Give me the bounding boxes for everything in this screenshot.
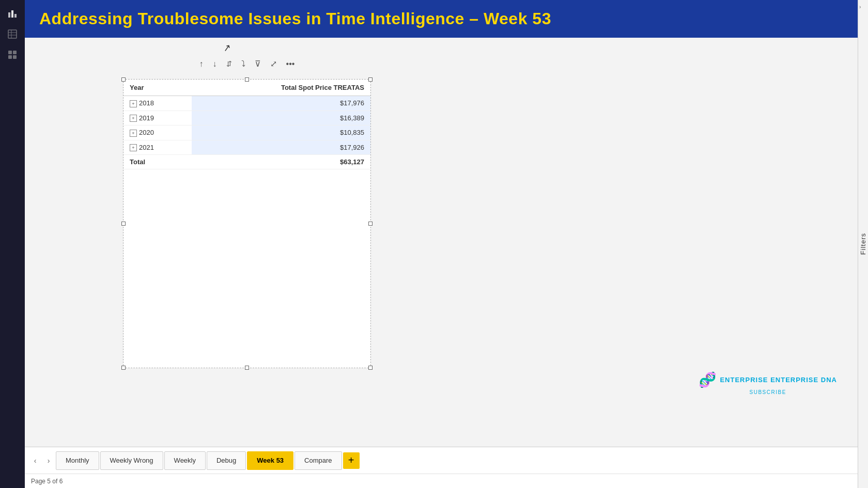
company-name: ENTERPRISE ENTERPRISE DNA <box>720 376 837 384</box>
sort-asc-icon[interactable]: ↑ <box>197 57 206 71</box>
visual-container[interactable]: ↗ ↑ ↓ ⇵ ⤵ ⊽ ⤢ ••• Year Total Spot Price … <box>123 79 371 368</box>
handle-ml[interactable] <box>121 222 126 226</box>
handle-tl[interactable] <box>121 77 126 82</box>
handle-br[interactable] <box>368 366 373 370</box>
table-row: +2019$16,389 <box>123 111 370 125</box>
filters-label: Filters <box>859 233 867 255</box>
sort-both-icon[interactable]: ⇵ <box>224 58 234 70</box>
tab-add-btn[interactable]: + <box>343 452 360 469</box>
dna-icon: 🧬 <box>699 371 717 388</box>
more-icon[interactable]: ••• <box>284 57 297 71</box>
tab-next-btn[interactable]: › <box>42 454 55 467</box>
header-banner: Addressing Troublesome Issues in Time In… <box>25 0 858 38</box>
left-sidebar <box>0 0 25 488</box>
svg-rect-9 <box>8 55 12 59</box>
tabs-bar: ‹ › MonthlyWeekly WrongWeeklyDebugWeek 5… <box>25 447 858 474</box>
table-row: +2018$17,976 <box>123 96 370 111</box>
year-cell: +2020 <box>123 125 192 140</box>
tab-item-weekly-wrong[interactable]: Weekly Wrong <box>100 451 163 470</box>
sort-desc-icon[interactable]: ↓ <box>211 57 219 71</box>
page-title: Addressing Troublesome Issues in Time In… <box>39 9 551 28</box>
handle-tm[interactable] <box>245 77 249 82</box>
sidebar-icon-layers[interactable] <box>3 45 22 64</box>
total-value: $63,127 <box>192 155 370 169</box>
visual-toolbar: ↗ ↑ ↓ ⇵ ⤵ ⊽ ⤢ ••• <box>197 57 297 71</box>
total-label: Total <box>123 155 192 169</box>
right-panel[interactable]: › Filters <box>858 0 868 488</box>
handle-mr[interactable] <box>368 222 373 226</box>
svg-rect-2 <box>14 14 17 18</box>
tab-item-debug[interactable]: Debug <box>207 451 246 470</box>
svg-rect-8 <box>13 51 17 54</box>
expand-row-icon[interactable]: + <box>130 130 137 137</box>
edna-logo: 🧬 ENTERPRISE ENTERPRISE DNA SUBSCRIBE <box>699 371 837 395</box>
tab-item-monthly[interactable]: Monthly <box>56 451 99 470</box>
table-row: +2021$17,926 <box>123 140 370 155</box>
tab-item-weekly[interactable]: Weekly <box>164 451 206 470</box>
status-bar: Page 5 of 6 <box>25 474 858 488</box>
filter-icon[interactable]: ⊽ <box>253 57 263 71</box>
tab-item-compare[interactable]: Compare <box>295 451 342 470</box>
handle-tr[interactable] <box>368 77 373 82</box>
value-cell: $17,976 <box>192 96 370 111</box>
total-row: Total$63,127 <box>123 155 370 169</box>
main-area: Addressing Troublesome Issues in Time In… <box>25 0 858 488</box>
tab-prev-btn[interactable]: ‹ <box>29 454 41 467</box>
value-cell: $10,835 <box>192 125 370 140</box>
handle-bl[interactable] <box>121 366 126 370</box>
year-cell: +2018 <box>123 96 192 111</box>
table-row: +2020$10,835 <box>123 125 370 140</box>
year-cell: +2021 <box>123 140 192 155</box>
svg-rect-10 <box>13 55 17 59</box>
col-year-header: Year <box>123 80 192 96</box>
page-status: Page 5 of 6 <box>31 478 63 485</box>
tab-item-week-53[interactable]: Week 53 <box>247 451 293 470</box>
matrix-table: Year Total Spot Price TREATAS +2018$17,9… <box>123 80 370 169</box>
focus-icon[interactable]: ⤢ <box>268 57 279 71</box>
expand-row-icon[interactable]: + <box>130 115 137 122</box>
value-cell: $17,926 <box>192 140 370 155</box>
filters-toggle-icon[interactable]: › <box>859 4 861 10</box>
sidebar-icon-barchart[interactable] <box>3 4 22 23</box>
svg-rect-0 <box>8 12 10 18</box>
value-cell: $16,389 <box>192 111 370 125</box>
expand-row-icon[interactable]: + <box>130 100 137 107</box>
handle-bm[interactable] <box>245 366 249 370</box>
subscribe-label[interactable]: SUBSCRIBE <box>750 389 786 395</box>
svg-rect-7 <box>8 51 12 54</box>
expand-icon[interactable]: ⤵ <box>239 57 247 71</box>
svg-rect-3 <box>8 30 17 38</box>
content-area: ↗ ↑ ↓ ⇵ ⤵ ⊽ ⤢ ••• Year Total Spot Price … <box>25 38 858 447</box>
col-value-header: Total Spot Price TREATAS <box>192 80 370 96</box>
svg-rect-1 <box>11 10 13 18</box>
expand-row-icon[interactable]: + <box>130 144 137 151</box>
year-cell: +2019 <box>123 111 192 125</box>
sidebar-icon-table[interactable] <box>3 25 22 43</box>
